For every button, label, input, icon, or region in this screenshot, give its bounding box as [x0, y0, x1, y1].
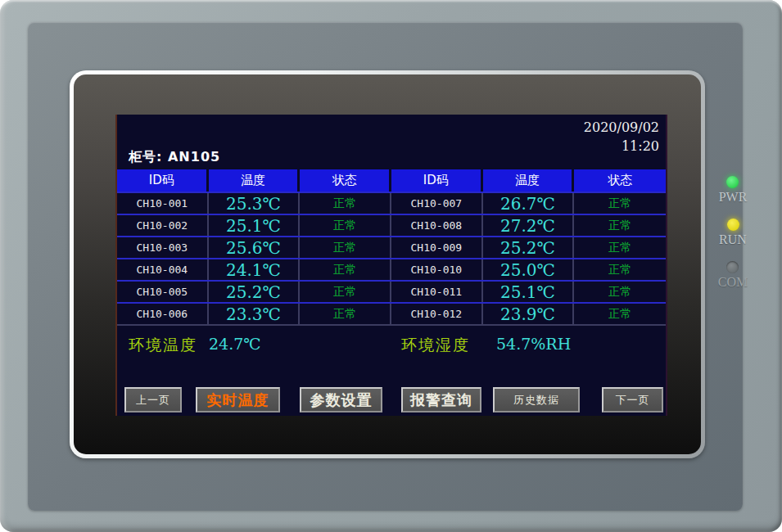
temperature-value: 25.3℃: [209, 193, 301, 214]
channel-id: CH10-010: [391, 259, 483, 280]
table-row: CH10-00325.6℃正常CH10-00925.2℃正常: [117, 236, 666, 258]
temperature-value: 25.2℃: [483, 237, 575, 258]
temperature-value: 26.7℃: [483, 193, 575, 214]
lcd-screen: 2020/09/02 11:20 柜号: AN105 ID码温度状态ID码温度状…: [117, 115, 666, 416]
next-page-button[interactable]: 下一页: [602, 387, 663, 413]
status-value: 正常: [574, 215, 666, 236]
temperature-value: 24.1℃: [209, 259, 301, 280]
temperature-value: 23.9℃: [483, 304, 575, 324]
status-value: 正常: [300, 282, 391, 302]
table-row: CH10-00525.2℃正常CH10-01125.1℃正常: [117, 280, 666, 302]
parameter-settings-button[interactable]: 参数设置: [300, 387, 382, 413]
table-row: CH10-00424.1℃正常CH10-01025.0℃正常: [117, 258, 666, 280]
temperature-value: 23.3℃: [209, 304, 301, 324]
temperature-value: 25.1℃: [483, 282, 575, 302]
table-row: CH10-00125.3℃正常CH10-00726.7℃正常: [117, 192, 666, 214]
column-header: ID码: [117, 169, 209, 192]
date-display: 2020/09/02: [584, 118, 659, 137]
channel-id: CH10-011: [391, 282, 483, 302]
column-header: 温度: [483, 169, 575, 192]
temperature-value: 25.1℃: [209, 215, 301, 236]
run-indicator: RUN: [719, 219, 747, 247]
channel-id: CH10-006: [117, 304, 209, 324]
table-header-row: ID码温度状态ID码温度状态: [117, 169, 666, 192]
pwr-indicator: PWR: [719, 176, 748, 205]
com-led-label: COM: [718, 275, 748, 290]
env-humidity-label: 环境湿度: [401, 335, 470, 356]
run-led-label: RUN: [719, 232, 747, 247]
env-temperature-label: 环境温度: [129, 335, 197, 356]
status-value: 正常: [574, 193, 666, 214]
led-panel: PWRRUNCOM: [709, 176, 757, 290]
com-indicator: COM: [718, 261, 748, 290]
channel-id: CH10-001: [117, 193, 209, 214]
status-value: 正常: [300, 193, 391, 214]
temperature-value: 27.2℃: [483, 215, 575, 236]
alarm-query-button[interactable]: 报警查询: [401, 387, 481, 413]
channel-id: CH10-008: [391, 215, 483, 236]
status-value: 正常: [574, 237, 666, 258]
status-value: 正常: [574, 304, 666, 324]
status-value: 正常: [300, 215, 391, 236]
channel-id: CH10-012: [391, 304, 483, 324]
table-row: CH10-00623.3℃正常CH10-01223.9℃正常: [117, 302, 666, 324]
datetime-display: 2020/09/02 11:20: [584, 118, 659, 156]
nav-button-bar: 上一页实时温度参数设置报警查询历史数据下一页: [117, 387, 666, 414]
channel-id: CH10-003: [117, 237, 209, 258]
status-value: 正常: [300, 304, 391, 324]
table-row: CH10-00225.1℃正常CH10-00827.2℃正常: [117, 214, 666, 236]
channel-id: CH10-004: [117, 259, 209, 280]
hmi-device: 2020/09/02 11:20 柜号: AN105 ID码温度状态ID码温度状…: [0, 0, 782, 532]
pwr-led-label: PWR: [719, 190, 748, 205]
env-humidity-value: 54.7%RH: [496, 335, 571, 353]
column-header: 温度: [209, 169, 301, 192]
channel-id: CH10-002: [117, 215, 209, 236]
prev-page-button[interactable]: 上一页: [124, 387, 182, 413]
realtime-temperature-button[interactable]: 实时温度: [196, 387, 280, 413]
column-header: 状态: [574, 169, 666, 192]
cabinet-id-label: 柜号: AN105: [129, 149, 220, 166]
column-header: ID码: [391, 169, 483, 192]
channel-id: CH10-005: [117, 282, 209, 302]
temperature-value: 25.6℃: [209, 237, 301, 258]
environment-row: 环境温度 24.7℃ 环境湿度 54.7%RH: [117, 330, 666, 358]
status-value: 正常: [574, 259, 666, 280]
time-display: 11:20: [584, 137, 659, 156]
status-value: 正常: [300, 259, 391, 280]
temperature-table: ID码温度状态ID码温度状态 CH10-00125.3℃正常CH10-00726…: [117, 169, 666, 326]
run-led-icon: [727, 219, 739, 231]
com-led-icon: [726, 261, 739, 273]
table-body: CH10-00125.3℃正常CH10-00726.7℃正常CH10-00225…: [117, 192, 666, 326]
pwr-led-icon: [726, 176, 739, 188]
temperature-value: 25.0℃: [483, 259, 575, 280]
channel-id: CH10-007: [391, 193, 483, 214]
temperature-value: 25.2℃: [209, 282, 301, 302]
column-header: 状态: [300, 169, 391, 192]
env-temperature-value: 24.7℃: [209, 335, 261, 353]
history-data-button[interactable]: 历史数据: [493, 387, 580, 413]
channel-id: CH10-009: [391, 237, 483, 258]
status-value: 正常: [300, 237, 391, 258]
lcd-header: 2020/09/02 11:20 柜号: AN105: [117, 115, 666, 169]
status-value: 正常: [574, 282, 666, 302]
